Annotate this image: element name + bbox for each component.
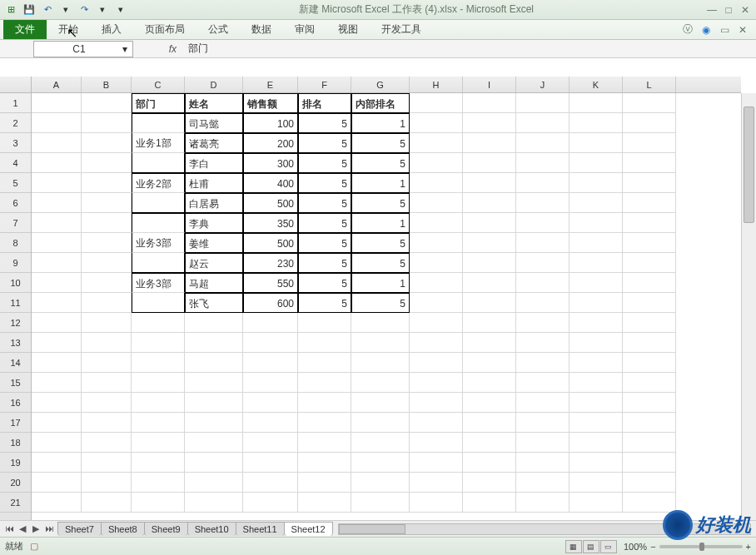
cell[interactable] bbox=[32, 253, 82, 273]
cell[interactable] bbox=[516, 373, 569, 393]
cell[interactable]: 司马懿 bbox=[185, 113, 243, 133]
cell[interactable] bbox=[569, 213, 623, 233]
ribbon-tab[interactable]: 数据 bbox=[240, 20, 283, 39]
cell[interactable] bbox=[463, 133, 516, 153]
cell[interactable] bbox=[298, 433, 351, 453]
cell[interactable] bbox=[243, 413, 298, 433]
cell[interactable] bbox=[82, 333, 132, 353]
cell[interactable] bbox=[569, 273, 623, 293]
cell[interactable] bbox=[569, 293, 623, 313]
cell[interactable] bbox=[351, 373, 410, 393]
cell[interactable] bbox=[82, 493, 132, 513]
cell[interactable] bbox=[243, 373, 298, 393]
cell[interactable]: 5 bbox=[351, 133, 410, 153]
cell[interactable]: 5 bbox=[298, 233, 351, 253]
cell[interactable] bbox=[463, 473, 516, 493]
cell[interactable] bbox=[410, 133, 463, 153]
cell[interactable]: 李典 bbox=[185, 213, 243, 233]
cell[interactable]: 500 bbox=[243, 193, 298, 213]
cell[interactable] bbox=[410, 213, 463, 233]
cell[interactable] bbox=[463, 293, 516, 313]
cell[interactable] bbox=[82, 93, 132, 113]
cell[interactable] bbox=[243, 393, 298, 413]
cell[interactable] bbox=[463, 113, 516, 133]
cell[interactable]: 白居易 bbox=[185, 193, 243, 213]
cell[interactable] bbox=[569, 453, 623, 473]
cell[interactable]: 100 bbox=[243, 113, 298, 133]
cell[interactable] bbox=[32, 93, 82, 113]
cell[interactable] bbox=[82, 373, 132, 393]
sheet-tab[interactable]: Sheet11 bbox=[236, 522, 285, 536]
cell[interactable] bbox=[623, 153, 676, 173]
row-header[interactable]: 7 bbox=[0, 213, 31, 233]
cell[interactable] bbox=[569, 433, 623, 453]
cell[interactable]: 1 bbox=[351, 173, 410, 193]
cell[interactable] bbox=[410, 273, 463, 293]
cell[interactable] bbox=[243, 433, 298, 453]
cell[interactable] bbox=[463, 233, 516, 253]
cell[interactable] bbox=[463, 393, 516, 413]
cell[interactable] bbox=[516, 433, 569, 453]
cell[interactable]: 1 bbox=[351, 273, 410, 293]
cell[interactable] bbox=[185, 453, 243, 473]
cell[interactable] bbox=[32, 113, 82, 133]
ribbon-close-icon[interactable]: ✕ bbox=[736, 23, 749, 37]
cell[interactable] bbox=[298, 493, 351, 513]
row-header[interactable]: 13 bbox=[0, 333, 31, 353]
cell[interactable] bbox=[410, 493, 463, 513]
cell[interactable]: 5 bbox=[298, 173, 351, 193]
cell[interactable] bbox=[32, 493, 82, 513]
cell[interactable]: 排名 bbox=[298, 93, 351, 113]
cell[interactable] bbox=[410, 233, 463, 253]
cell[interactable] bbox=[132, 333, 185, 353]
cell[interactable] bbox=[623, 393, 676, 413]
cell[interactable] bbox=[82, 113, 132, 133]
cell[interactable] bbox=[516, 453, 569, 473]
cell[interactable]: 200 bbox=[243, 133, 298, 153]
cell[interactable] bbox=[623, 413, 676, 433]
cell[interactable] bbox=[410, 353, 463, 373]
cell[interactable] bbox=[623, 373, 676, 393]
cell[interactable] bbox=[132, 253, 185, 273]
cell[interactable] bbox=[351, 493, 410, 513]
cell[interactable] bbox=[410, 253, 463, 273]
cell[interactable] bbox=[185, 373, 243, 393]
cell[interactable] bbox=[569, 193, 623, 213]
cell[interactable] bbox=[516, 333, 569, 353]
cell[interactable] bbox=[243, 453, 298, 473]
cell[interactable] bbox=[516, 493, 569, 513]
cell[interactable] bbox=[569, 333, 623, 353]
undo-icon[interactable]: ↶ bbox=[40, 2, 55, 17]
cell[interactable] bbox=[82, 433, 132, 453]
cell[interactable] bbox=[516, 213, 569, 233]
row-header[interactable]: 10 bbox=[0, 273, 31, 293]
cell[interactable] bbox=[410, 393, 463, 413]
vertical-scrollbar[interactable] bbox=[741, 93, 756, 520]
cell[interactable] bbox=[132, 433, 185, 453]
cell[interactable] bbox=[623, 133, 676, 153]
cell[interactable] bbox=[32, 373, 82, 393]
cell[interactable] bbox=[463, 153, 516, 173]
cell[interactable] bbox=[32, 473, 82, 493]
cell[interactable]: 400 bbox=[243, 173, 298, 193]
cell[interactable] bbox=[569, 153, 623, 173]
cell[interactable]: 张飞 bbox=[185, 293, 243, 313]
cell[interactable] bbox=[623, 173, 676, 193]
cell[interactable] bbox=[623, 213, 676, 233]
cell[interactable] bbox=[132, 213, 185, 233]
cell[interactable] bbox=[516, 393, 569, 413]
cell[interactable] bbox=[623, 453, 676, 473]
cell[interactable] bbox=[185, 473, 243, 493]
cell[interactable]: 350 bbox=[243, 213, 298, 233]
cell[interactable] bbox=[410, 413, 463, 433]
cell[interactable] bbox=[463, 413, 516, 433]
cells-grid[interactable]: 部门姓名销售额排名内部排名司马懿10051业务1部诸葛亮20055李白30055… bbox=[32, 93, 741, 520]
cell[interactable] bbox=[410, 113, 463, 133]
cell[interactable] bbox=[298, 333, 351, 353]
cell[interactable] bbox=[463, 493, 516, 513]
cell[interactable] bbox=[82, 133, 132, 153]
ribbon-tab[interactable]: 开始 bbox=[47, 20, 90, 39]
cell[interactable] bbox=[243, 353, 298, 373]
ribbon-tab[interactable]: 页面布局 bbox=[133, 20, 196, 39]
cell[interactable] bbox=[516, 173, 569, 193]
